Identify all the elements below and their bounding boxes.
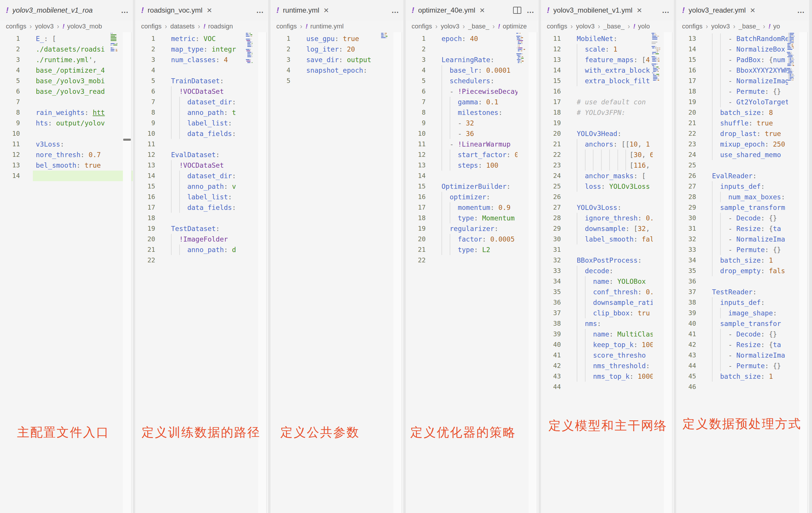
code-line: 8rain_weights: htt: [0, 107, 133, 118]
code-editor[interactable]: 1metric: VOC2map_type: integr3num_classe…: [135, 32, 268, 513]
breadcrumb-item[interactable]: yolov3: [576, 23, 594, 30]
code-line: 16 label_list:: [135, 192, 268, 202]
code-editor[interactable]: 11MobileNet:12 scale: 113 feature_maps: …: [541, 32, 674, 513]
breadcrumb-item[interactable]: _base_: [603, 23, 625, 30]
more-actions-icon[interactable]: [121, 0, 129, 21]
tab[interactable]: yolov3_mobilenet_v1_roa: [0, 0, 96, 21]
code-editor[interactable]: 1E_: [2./datasets/roadsi3./runtime.yml',…: [0, 32, 133, 513]
breadcrumb-file[interactable]: roadsign: [208, 23, 233, 30]
scrollbar-track[interactable]: [799, 32, 808, 513]
indent-guide: [712, 244, 713, 255]
scrollbar-track[interactable]: [394, 32, 402, 513]
tab[interactable]: roadsign_voc.yml: [135, 0, 215, 21]
more-actions-icon[interactable]: [392, 0, 399, 21]
code-text: gamma: 0.1: [441, 97, 518, 107]
line-number: 42: [676, 339, 696, 350]
chevron-right-icon: [198, 23, 200, 30]
breadcrumb-file[interactable]: yolov3_mob: [67, 23, 102, 30]
minimap[interactable]: [111, 33, 123, 53]
code-line: 6 - !PiecewiseDecay: [406, 86, 539, 97]
breadcrumb-file[interactable]: runtime.yml: [310, 23, 344, 30]
line-number: 1: [270, 33, 290, 44]
breadcrumb-item[interactable]: configs: [682, 23, 703, 30]
minimap[interactable]: [516, 33, 529, 65]
minimap[interactable]: [381, 33, 394, 40]
minimap[interactable]: [787, 33, 799, 83]
line-number: 1: [0, 33, 20, 44]
indent-guide: [179, 192, 180, 202]
code-editor[interactable]: 1use_gpu: true2log_iter: 203save_dir: ou…: [270, 32, 403, 513]
code-text: [171, 139, 247, 150]
code-line: 4: [135, 65, 268, 76]
code-text: TestDataset:: [171, 223, 247, 234]
code-line: 22 [30, 6: [541, 150, 674, 160]
scrollbar-track[interactable]: [123, 32, 132, 513]
close-icon[interactable]: [480, 0, 485, 21]
code-line: 24 anchor_masks: [: [541, 171, 674, 181]
line-number: 28: [676, 192, 696, 202]
scrollbar-track[interactable]: [664, 32, 672, 513]
minimap[interactable]: [246, 33, 258, 65]
code-line: 39 image_shape:: [676, 308, 809, 319]
line-number: 17: [406, 202, 426, 213]
breadcrumb-item[interactable]: configs: [276, 23, 297, 30]
split-editor-icon[interactable]: [513, 7, 521, 14]
line-number: 3: [135, 55, 155, 65]
yaml-file-icon: [682, 0, 685, 21]
breadcrumb-item[interactable]: datasets: [170, 23, 195, 30]
line-number: 20: [406, 234, 426, 244]
indent-guide: [577, 350, 577, 361]
code-line: 11 - !LinearWarmup: [406, 139, 539, 150]
close-icon[interactable]: [637, 0, 642, 21]
code-line: 6base_/yolov3_read: [0, 86, 133, 97]
breadcrumb-item[interactable]: _base_: [468, 23, 489, 30]
yaml-file-icon: [768, 23, 771, 30]
more-actions-icon[interactable]: [256, 0, 264, 21]
close-icon[interactable]: [207, 0, 212, 21]
indent-guide: [171, 192, 172, 202]
breadcrumb-item[interactable]: configs: [412, 23, 432, 30]
tab[interactable]: runtime.yml: [270, 0, 332, 21]
breadcrumb-file[interactable]: yo: [773, 23, 780, 30]
resize-handle[interactable]: [123, 139, 131, 141]
code-line: 22: [135, 255, 268, 266]
breadcrumb-file[interactable]: optimize: [503, 23, 527, 30]
code-line: 21 type: L2: [406, 244, 539, 255]
breadcrumb-file[interactable]: yolo: [638, 23, 650, 30]
scrollbar-track[interactable]: [529, 32, 537, 513]
indent-guide: [441, 223, 442, 234]
close-icon[interactable]: [750, 0, 755, 21]
breadcrumb-item[interactable]: yolov3: [711, 23, 730, 30]
line-number: 10: [135, 128, 155, 139]
indent-guide: [601, 160, 602, 171]
code-text: ./datasets/roadsi: [36, 44, 112, 55]
tab[interactable]: yolov3_reader.yml: [676, 0, 758, 21]
indent-guide: [450, 118, 450, 128]
breadcrumb-item[interactable]: yolov3: [441, 23, 459, 30]
indent-guide: [712, 118, 713, 128]
indent-guide: [712, 202, 713, 213]
breadcrumb-item[interactable]: yolov3: [35, 23, 54, 30]
more-actions-icon[interactable]: [662, 0, 670, 21]
indent-guide: [171, 181, 172, 192]
code-text: nms_top_k: 1000: [577, 371, 653, 382]
minimap[interactable]: [651, 33, 664, 83]
breadcrumb-item[interactable]: configs: [141, 23, 162, 30]
indent-guide: [712, 139, 713, 150]
scrollbar-track[interactable]: [258, 32, 267, 513]
indent-guide: [712, 107, 713, 118]
breadcrumb-item[interactable]: configs: [6, 23, 26, 30]
code-editor[interactable]: 1epoch: 4023LearningRate:4 base_lr: 0.00…: [406, 32, 539, 513]
code-line: 12 start_factor: 0.33: [406, 150, 539, 160]
tab[interactable]: optimizer_40e.yml: [406, 0, 488, 21]
code-line: 25: [676, 160, 809, 171]
code-editor[interactable]: 13 - BatchRandomRes14 - NormalizeBox15 -…: [676, 32, 809, 513]
breadcrumb-item[interactable]: configs: [547, 23, 567, 30]
breadcrumb-item[interactable]: _base_: [739, 23, 760, 30]
tab[interactable]: yolov3_mobilenet_v1.yml: [541, 0, 645, 21]
close-icon[interactable]: [324, 0, 329, 21]
code-text: label_list:: [171, 118, 247, 128]
code-text: - Decode: {}: [712, 329, 788, 339]
more-actions-icon[interactable]: [797, 0, 805, 21]
more-actions-icon[interactable]: [527, 0, 534, 21]
